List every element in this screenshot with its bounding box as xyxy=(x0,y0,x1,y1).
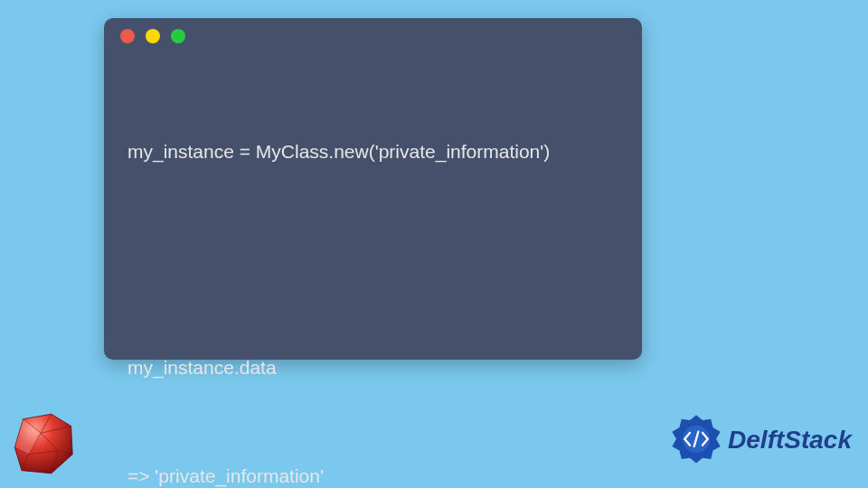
code-line: my_instance = MyClass.new('private_infor… xyxy=(127,134,618,170)
maximize-icon xyxy=(171,29,185,43)
delftstack-logo: DelftStack xyxy=(670,414,852,466)
code-line xyxy=(127,241,618,277)
window-titlebar xyxy=(104,18,642,54)
ruby-logo-icon xyxy=(9,408,80,479)
code-line: => 'private_information' xyxy=(127,458,618,488)
code-window: my_instance = MyClass.new('private_infor… xyxy=(104,18,642,360)
code-line: my_instance.data xyxy=(127,350,618,386)
brand-name: DelftStack xyxy=(728,426,852,455)
code-body: my_instance = MyClass.new('private_infor… xyxy=(104,54,642,488)
minimize-icon xyxy=(146,29,160,43)
delftstack-badge-icon xyxy=(670,414,722,466)
close-icon xyxy=(120,29,135,43)
